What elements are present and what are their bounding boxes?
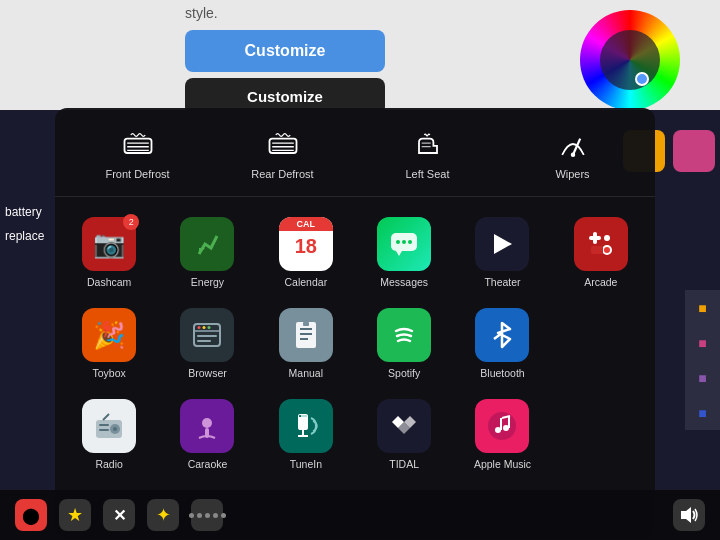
- app-tunein[interactable]: TuneIn: [257, 389, 355, 480]
- tidal-icon: [377, 399, 431, 453]
- svg-marker-61: [681, 507, 691, 523]
- arcade-label: Arcade: [584, 276, 617, 288]
- svg-rect-35: [303, 322, 309, 326]
- app-arcade[interactable]: Arcade: [552, 207, 650, 298]
- quick-control-wipers[interactable]: Wipers: [500, 120, 645, 184]
- quick-control-rear-defrost[interactable]: Rear Defrost: [210, 120, 355, 184]
- app-theater[interactable]: Theater: [453, 207, 551, 298]
- wipers-icon: [553, 124, 593, 164]
- style-text: style.: [185, 5, 218, 21]
- tunein-icon: [279, 399, 333, 453]
- svg-rect-20: [589, 236, 601, 240]
- app-spotify[interactable]: Spotify: [355, 298, 453, 389]
- app-caraoke[interactable]: Caraoke: [158, 389, 256, 480]
- wipers-label: Wipers: [555, 168, 589, 180]
- app-empty-1: [552, 298, 650, 389]
- quick-control-front-defrost[interactable]: Front Defrost: [65, 120, 210, 184]
- app-radio[interactable]: Radio: [60, 389, 158, 480]
- dashcam-badge: 2: [123, 214, 139, 230]
- bluetooth-label: Bluetooth: [480, 367, 524, 379]
- quick-controls-row: Front Defrost Rear Defrost: [55, 108, 655, 197]
- svg-point-16: [408, 240, 412, 244]
- strip-item-1[interactable]: ■: [685, 290, 720, 325]
- dot-1: [189, 513, 194, 518]
- app-manual[interactable]: Manual: [257, 298, 355, 389]
- dashcam-label: Dashcam: [87, 276, 131, 288]
- customize-button-blue[interactable]: Customize: [185, 30, 385, 72]
- svg-rect-30: [197, 340, 211, 342]
- svg-point-45: [202, 418, 212, 428]
- toybox-glyph: 🎉: [93, 320, 125, 351]
- radio-icon: [82, 399, 136, 453]
- main-panel: Front Defrost Rear Defrost: [55, 108, 655, 538]
- taskbar-icon-red[interactable]: ⬤: [15, 499, 47, 531]
- app-calendar[interactable]: CAL 18 Calendar: [257, 207, 355, 298]
- svg-point-22: [603, 246, 611, 254]
- apple-music-icon: [475, 399, 529, 453]
- empty-icon-1: [574, 308, 628, 362]
- toybox-icon: 🎉: [82, 308, 136, 362]
- tunein-label: TuneIn: [290, 458, 322, 470]
- svg-point-41: [113, 427, 117, 431]
- app-browser[interactable]: Browser: [158, 298, 256, 389]
- app-grid: 📷 2 Dashcam Energy CAL 18 Ca: [55, 197, 655, 490]
- taskbar-icon-star[interactable]: ★: [59, 499, 91, 531]
- left-seat-label: Left Seat: [405, 168, 449, 180]
- taskbar-dots-container: [189, 513, 226, 518]
- color-wheel[interactable]: [580, 10, 680, 110]
- app-dashcam[interactable]: 📷 2 Dashcam: [60, 207, 158, 298]
- energy-icon: [180, 217, 234, 271]
- theater-label: Theater: [484, 276, 520, 288]
- dot-3: [205, 513, 210, 518]
- taskbar-icon-red-glyph: ⬤: [22, 506, 40, 525]
- svg-rect-43: [99, 429, 109, 431]
- svg-rect-58: [500, 418, 502, 430]
- taskbar-icon-dots[interactable]: [191, 499, 223, 531]
- svg-rect-29: [197, 335, 217, 337]
- spotify-icon: [377, 308, 431, 362]
- theater-icon: [475, 217, 529, 271]
- manual-label: Manual: [289, 367, 323, 379]
- app-toybox[interactable]: 🎉 Toybox: [60, 298, 158, 389]
- quick-control-left-seat[interactable]: Left Seat: [355, 120, 500, 184]
- app-bluetooth[interactable]: Bluetooth: [453, 298, 551, 389]
- svg-marker-17: [396, 251, 402, 256]
- tidal-label: TIDAL: [389, 458, 419, 470]
- replace-label: replace: [0, 224, 49, 248]
- svg-rect-49: [301, 415, 307, 417]
- right-strip: ■ ■ ■ ■: [685, 290, 720, 430]
- color-wheel-inner: [600, 30, 660, 90]
- app-messages[interactable]: Messages: [355, 207, 453, 298]
- color-wheel-dot[interactable]: [635, 72, 649, 86]
- swatch-pink[interactable]: [673, 130, 715, 172]
- dot-5: [221, 513, 226, 518]
- svg-rect-42: [99, 424, 109, 426]
- browser-icon: [180, 308, 234, 362]
- strip-item-3[interactable]: ■: [685, 360, 720, 395]
- svg-point-14: [396, 240, 400, 244]
- app-apple-music[interactable]: Apple Music: [453, 389, 551, 480]
- taskbar-sparkle-glyph: ✦: [156, 504, 171, 526]
- dot-4: [213, 513, 218, 518]
- app-empty-2: [552, 389, 650, 480]
- strip-item-4[interactable]: ■: [685, 395, 720, 430]
- svg-point-15: [402, 240, 406, 244]
- bluetooth-icon: [475, 308, 529, 362]
- dot-2: [197, 513, 202, 518]
- app-energy[interactable]: Energy: [158, 207, 256, 298]
- messages-label: Messages: [380, 276, 428, 288]
- taskbar-close-button[interactable]: ✕: [103, 499, 135, 531]
- taskbar-icon-star-glyph: ★: [67, 504, 83, 526]
- radio-label: Radio: [95, 458, 122, 470]
- dashcam-icon-glyph: 📷: [93, 229, 125, 260]
- strip-item-2[interactable]: ■: [685, 325, 720, 360]
- app-tidal[interactable]: TIDAL: [355, 389, 453, 480]
- calendar-label: Calendar: [285, 276, 328, 288]
- taskbar-volume-icon[interactable]: [673, 499, 705, 531]
- spotify-label: Spotify: [388, 367, 420, 379]
- svg-marker-18: [494, 234, 512, 254]
- battery-label: battery: [0, 200, 49, 224]
- messages-icon: [377, 217, 431, 271]
- taskbar-icon-sparkle[interactable]: ✦: [147, 499, 179, 531]
- browser-label: Browser: [188, 367, 227, 379]
